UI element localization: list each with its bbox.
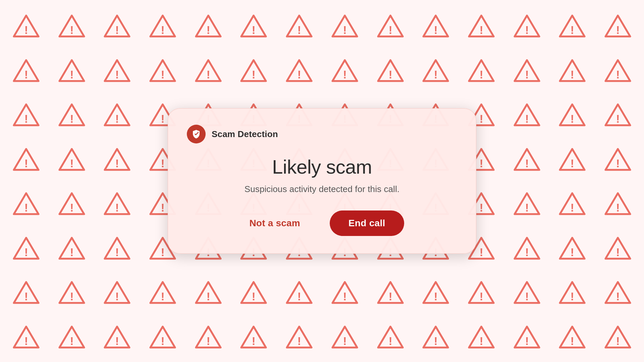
warning-triangle-icon: ! <box>276 48 322 93</box>
not-scam-button[interactable]: Not a scam <box>240 213 309 234</box>
warning-triangle-icon: ! <box>49 181 95 226</box>
svg-text:!: ! <box>434 335 438 347</box>
warning-triangle-icon: ! <box>504 48 550 93</box>
warning-triangle-icon: ! <box>595 314 641 359</box>
svg-text:!: ! <box>479 24 483 36</box>
svg-text:!: ! <box>571 290 574 303</box>
warning-triangle-icon: ! <box>413 314 459 359</box>
warning-triangle-icon: ! <box>322 48 368 93</box>
warning-triangle-icon: ! <box>504 137 550 181</box>
svg-text:!: ! <box>70 157 73 170</box>
svg-text:!: ! <box>525 157 529 170</box>
warning-triangle-icon: ! <box>276 3 322 48</box>
svg-text:!: ! <box>616 335 620 347</box>
svg-text:!: ! <box>115 201 119 214</box>
svg-text:!: ! <box>525 335 529 347</box>
warning-triangle-icon: ! <box>368 3 413 48</box>
svg-text:!: ! <box>434 290 438 303</box>
warning-triangle-icon: ! <box>94 270 140 314</box>
warning-triangle-icon: ! <box>3 270 49 314</box>
warning-triangle-icon: ! <box>322 3 368 48</box>
svg-text:!: ! <box>525 68 529 81</box>
svg-text:!: ! <box>616 68 620 81</box>
shield-icon <box>187 125 206 143</box>
svg-text:!: ! <box>115 24 119 36</box>
svg-text:!: ! <box>571 246 574 258</box>
warning-triangle-icon: ! <box>140 314 185 359</box>
warning-triangle-icon: ! <box>413 3 459 48</box>
warning-triangle-icon: ! <box>459 314 504 359</box>
warning-triangle-icon: ! <box>550 270 595 314</box>
warning-triangle-icon: ! <box>3 181 49 226</box>
warning-triangle-icon: ! <box>550 314 595 359</box>
warning-triangle-icon: ! <box>550 181 595 226</box>
svg-text:!: ! <box>343 24 346 36</box>
warning-triangle-icon: ! <box>322 314 368 359</box>
warning-triangle-icon: ! <box>49 92 95 137</box>
svg-text:!: ! <box>206 290 210 303</box>
svg-text:!: ! <box>115 290 119 303</box>
warning-triangle-icon: ! <box>94 181 140 226</box>
svg-text:!: ! <box>343 335 346 347</box>
svg-text:!: ! <box>24 290 28 303</box>
warning-triangle-icon: ! <box>94 226 140 270</box>
sub-text: Suspicious activity detected for this ca… <box>187 184 457 194</box>
svg-text:!: ! <box>115 68 119 81</box>
svg-text:!: ! <box>115 157 119 170</box>
svg-text:!: ! <box>388 290 392 303</box>
svg-text:!: ! <box>70 201 73 214</box>
svg-text:!: ! <box>24 68 28 81</box>
warning-triangle-icon: ! <box>3 226 49 270</box>
svg-text:!: ! <box>70 246 73 258</box>
svg-text:!: ! <box>70 113 73 125</box>
warning-triangle-icon: ! <box>459 48 504 93</box>
warning-triangle-icon: ! <box>49 48 95 93</box>
svg-text:!: ! <box>70 335 73 347</box>
svg-text:!: ! <box>24 246 28 258</box>
warning-triangle-icon: ! <box>3 3 49 48</box>
svg-text:!: ! <box>24 335 28 347</box>
warning-triangle-icon: ! <box>504 314 550 359</box>
svg-text:!: ! <box>388 68 392 81</box>
svg-text:!: ! <box>24 201 28 214</box>
warning-triangle-icon: ! <box>504 3 550 48</box>
dialog-header: Scam Detection <box>187 125 457 143</box>
warning-triangle-icon: ! <box>595 48 641 93</box>
svg-text:!: ! <box>252 68 256 81</box>
warning-triangle-icon: ! <box>504 270 550 314</box>
svg-text:!: ! <box>343 68 346 81</box>
warning-triangle-icon: ! <box>49 270 95 314</box>
svg-text:!: ! <box>161 290 164 303</box>
warning-triangle-icon: ! <box>550 3 595 48</box>
svg-text:!: ! <box>479 335 483 347</box>
warning-triangle-icon: ! <box>276 270 322 314</box>
svg-text:!: ! <box>161 201 164 214</box>
svg-text:!: ! <box>525 113 529 125</box>
svg-text:!: ! <box>161 246 164 258</box>
svg-text:!: ! <box>298 335 301 347</box>
warning-triangle-icon: ! <box>550 48 595 93</box>
svg-text:!: ! <box>206 24 210 36</box>
svg-text:!: ! <box>571 68 574 81</box>
svg-text:!: ! <box>616 201 620 214</box>
warning-triangle-icon: ! <box>140 48 185 93</box>
warning-triangle-icon: ! <box>413 270 459 314</box>
svg-text:!: ! <box>525 290 529 303</box>
warning-triangle-icon: ! <box>140 3 185 48</box>
svg-text:!: ! <box>206 335 210 347</box>
svg-text:!: ! <box>571 157 574 170</box>
warning-triangle-icon: ! <box>185 3 231 48</box>
warning-triangle-icon: ! <box>504 181 550 226</box>
warning-triangle-icon: ! <box>368 270 413 314</box>
warning-triangle-icon: ! <box>231 48 277 93</box>
warning-triangle-icon: ! <box>368 314 413 359</box>
warning-triangle-icon: ! <box>94 3 140 48</box>
end-call-button[interactable]: End call <box>330 210 404 236</box>
warning-triangle-icon: ! <box>504 226 550 270</box>
svg-text:!: ! <box>24 157 28 170</box>
svg-text:!: ! <box>24 113 28 125</box>
warning-triangle-icon: ! <box>140 270 185 314</box>
svg-text:!: ! <box>571 24 574 36</box>
svg-text:!: ! <box>252 335 256 347</box>
warning-triangle-icon: ! <box>276 314 322 359</box>
